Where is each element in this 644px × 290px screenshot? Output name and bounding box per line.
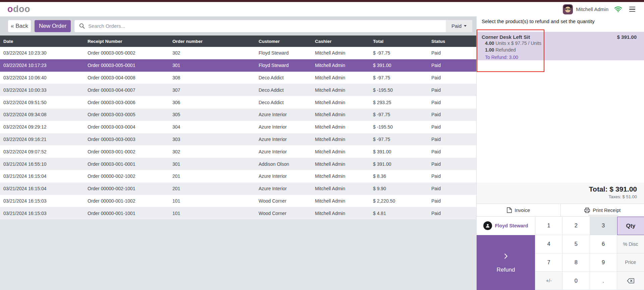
- cell-date: 03/21/2024 16:15:03: [3, 198, 88, 204]
- search-orders-input[interactable]: [88, 20, 446, 32]
- col-receipt-number: Receipt Number: [88, 39, 172, 44]
- cell-status: Paid: [431, 149, 476, 154]
- col-total: Total: [373, 39, 431, 44]
- cell-cashier: Mitchell Admin: [315, 50, 373, 56]
- hamburger-menu-icon[interactable]: [628, 5, 637, 13]
- cell-date: 03/22/2024 09:29:12: [3, 124, 88, 130]
- table-row[interactable]: 03/22/2024 10:23:30 Order 00003-005-0002…: [0, 47, 476, 59]
- customer-button[interactable]: Floyd Steward: [477, 217, 535, 235]
- paid-filter-label: Paid: [451, 23, 462, 29]
- cell-total: $ 2,220.50: [373, 198, 431, 204]
- product-qty-line: 4.00 Units x $ 97.75 / Units: [485, 40, 639, 47]
- cell-date: 03/21/2024 16:15:04: [3, 186, 88, 191]
- cell-cashier: Mitchell Admin: [315, 100, 373, 105]
- cell-customer: Addison Olson: [259, 161, 315, 167]
- numpad-key-backspace[interactable]: [617, 272, 644, 290]
- table-row[interactable]: 03/22/2024 10:17:23 Order 00003-005-0001…: [0, 59, 476, 72]
- cell-customer: Deco Addict: [259, 75, 315, 80]
- cell-customer: Azure Interior: [259, 112, 315, 117]
- table-row[interactable]: 03/22/2024 09:51:50 Order 00003-003-0006…: [0, 96, 476, 108]
- numpad-key-9[interactable]: 9: [590, 253, 617, 272]
- numpad-key-+/-[interactable]: +/-: [535, 272, 562, 290]
- cell-customer: Floyd Steward: [259, 63, 315, 68]
- cell-status: Paid: [431, 186, 476, 191]
- print-icon: [584, 208, 590, 213]
- new-order-button[interactable]: New Order: [35, 20, 71, 32]
- numpad-key-.[interactable]: .: [590, 272, 617, 290]
- cell-status: Paid: [431, 50, 476, 56]
- cell-total: $ -97.75: [373, 75, 431, 80]
- back-button[interactable]: « Back: [8, 20, 31, 32]
- numpad-key-4[interactable]: 4: [535, 235, 562, 253]
- invoice-icon: [507, 207, 512, 213]
- product-refunded-line: 1.00 Refunded: [485, 47, 639, 53]
- cell-total: $ 293.25: [373, 100, 431, 105]
- cell-order: 302: [172, 149, 259, 154]
- table-row[interactable]: 03/22/2024 09:07:52 Order 00003-001-0002…: [0, 145, 476, 158]
- cell-customer: Wood Corner: [259, 198, 315, 204]
- numpad-key-5[interactable]: 5: [562, 235, 590, 253]
- cell-order: 307: [172, 87, 259, 93]
- cell-date: 03/22/2024 10:00:33: [3, 87, 88, 93]
- user-menu[interactable]: Mitchell Admin: [563, 4, 608, 14]
- numpad-key-2[interactable]: 2: [562, 217, 590, 235]
- numpad-key-8[interactable]: 8: [562, 253, 590, 272]
- total-amount: Total: $ 391.00: [477, 185, 637, 193]
- numpad-key-6[interactable]: 6: [590, 235, 617, 253]
- orders-toolbar: « Back New Order Paid: [0, 16, 476, 35]
- table-row[interactable]: 03/21/2024 16:15:03 Order 00000-001-1002…: [0, 195, 476, 207]
- cell-status: Paid: [431, 124, 476, 130]
- table-row[interactable]: 03/22/2024 10:06:40 Order 00003-004-0008…: [0, 72, 476, 84]
- cell-date: 03/22/2024 10:17:23: [3, 63, 88, 68]
- numpad-key-qty[interactable]: Qty: [617, 217, 644, 235]
- product-name: Corner Desk Left Sit: [482, 34, 530, 40]
- cell-order: 303: [172, 137, 259, 142]
- numpad-key-price[interactable]: Price: [617, 253, 644, 272]
- invoice-button[interactable]: Invoice: [477, 204, 560, 216]
- chevron-right-icon: [502, 252, 509, 260]
- table-row[interactable]: 03/21/2024 16:15:04 Order 00000-002-1001…: [0, 183, 476, 195]
- cell-status: Paid: [431, 173, 476, 179]
- refund-panel: Select the product(s) to refund and set …: [476, 16, 644, 290]
- cell-status: Paid: [431, 112, 476, 117]
- cell-order: 201: [172, 173, 259, 179]
- user-name: Mitchell Admin: [576, 6, 608, 12]
- numpad-key-7[interactable]: 7: [535, 253, 562, 272]
- refund-button-label: Refund: [477, 267, 535, 273]
- cell-customer: Azure Interior: [259, 186, 315, 191]
- cell-status: Paid: [431, 211, 476, 216]
- table-row[interactable]: 03/21/2024 16:55:10 Order 00003-001-0001…: [0, 158, 476, 170]
- table-row[interactable]: 03/21/2024 16:15:03 Order 00000-001-1001…: [0, 207, 476, 219]
- numpad-key-3[interactable]: 3: [590, 217, 617, 235]
- cell-date: 03/22/2024 09:07:52: [3, 149, 88, 154]
- backspace-icon: [627, 278, 634, 284]
- customer-icon: [483, 221, 492, 230]
- paid-filter-dropdown[interactable]: Paid: [446, 20, 472, 32]
- table-row[interactable]: 03/22/2024 09:34:08 Order 00003-003-0005…: [0, 108, 476, 121]
- orders-table-header: Date Receipt Number Order number Custome…: [0, 35, 476, 47]
- cell-total: $ 391.00: [373, 149, 431, 154]
- table-row[interactable]: 03/22/2024 09:29:12 Order 00003-003-0004…: [0, 121, 476, 133]
- table-row[interactable]: 03/22/2024 10:00:33 Order 00003-004-0007…: [0, 84, 476, 96]
- numpad-key-1[interactable]: 1: [535, 217, 562, 235]
- table-row[interactable]: 03/22/2024 09:16:21 Order 00003-003-0003…: [0, 133, 476, 146]
- numpad-key-disc[interactable]: % Disc: [617, 235, 644, 253]
- numpad: 123Qty456% Disc789Price+/-0.: [535, 217, 644, 290]
- cell-date: 03/22/2024 09:51:50: [3, 100, 88, 105]
- numpad-column-shadow: [588, 215, 619, 217]
- cell-status: Paid: [431, 198, 476, 204]
- cell-total: $ 9.90: [373, 186, 431, 191]
- refund-button[interactable]: Refund: [477, 235, 535, 290]
- refund-product-line[interactable]: Corner Desk Left Sit $ 391.00 4.00 Units…: [477, 32, 644, 60]
- col-date: Date: [3, 39, 88, 44]
- cell-cashier: Mitchell Admin: [315, 63, 373, 68]
- numpad-key-0[interactable]: 0: [562, 272, 590, 290]
- cell-receipt: Order 00003-001-0002: [88, 149, 172, 154]
- cell-date: 03/21/2024 16:55:10: [3, 161, 88, 167]
- product-price: $ 391.00: [617, 34, 639, 40]
- cell-receipt: Order 00003-001-0001: [88, 161, 172, 167]
- table-row[interactable]: 03/21/2024 16:15:04 Order 00000-002-1002…: [0, 170, 476, 183]
- wifi-status-icon[interactable]: [614, 6, 622, 12]
- cell-date: 03/21/2024 16:15:03: [3, 211, 88, 216]
- order-totals: Total: $ 391.00 Taxes: $ 51.00: [477, 183, 644, 204]
